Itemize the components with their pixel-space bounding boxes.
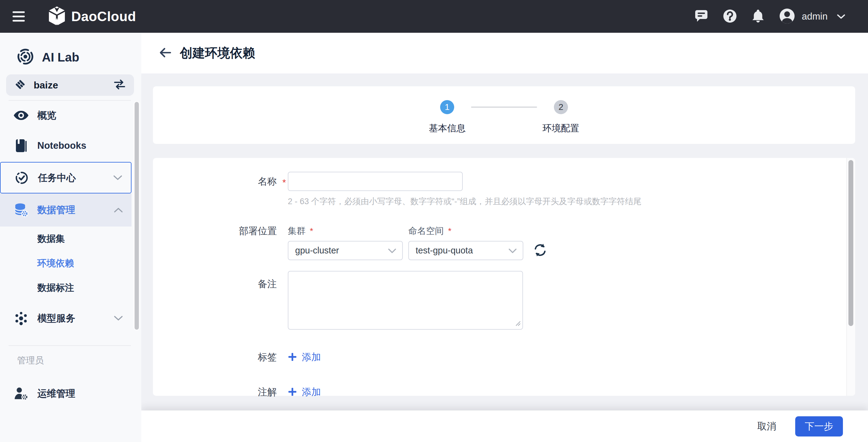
product-name: AI Lab <box>42 51 79 64</box>
sidebar-item-label: 概览 <box>37 109 56 122</box>
hamburger-icon <box>12 18 25 23</box>
workspace-selector[interactable]: baize <box>6 75 134 96</box>
next-step-button[interactable]: 下一步 <box>795 416 843 437</box>
sidebar-item-label: 模型服务 <box>37 312 75 325</box>
book-icon <box>13 139 29 153</box>
ai-lab-icon <box>17 48 34 66</box>
user-avatar-button[interactable] <box>779 8 795 25</box>
add-annotation-text: 添加 <box>302 386 321 399</box>
annotations-label: 注解 <box>258 386 277 399</box>
step-basic-info: 1 基本信息 <box>423 100 471 135</box>
sidebar-item-notebooks[interactable]: Notebooks <box>0 129 131 162</box>
sidebar-item-task-center[interactable]: 任务中心 <box>0 162 131 194</box>
form-scrollbar[interactable] <box>846 158 855 396</box>
namespace-group: 命名空间 * test-gpu-quota <box>408 226 523 260</box>
chevron-down-icon <box>114 316 123 321</box>
sidebar-item-ops-management[interactable]: 运维管理 <box>0 380 131 407</box>
sidebar-item-overview[interactable]: 概览 <box>0 101 131 129</box>
help-button[interactable] <box>723 9 737 24</box>
name-form-row: 名称 * 2 - 63 个字符，必须由小写字母、数字字符或“-”组成，并且必须以… <box>171 172 837 207</box>
namespace-select[interactable]: test-gpu-quota <box>408 241 523 260</box>
sidebar-subitem-label: 数据标注 <box>37 282 74 294</box>
sidebar-scrollbar[interactable] <box>133 101 140 331</box>
cluster-label-wrap: 集群 * <box>288 226 403 236</box>
chevron-down-icon <box>388 245 396 256</box>
annotations-form-row: 注解 添加 <box>171 386 837 398</box>
sidebar-subitem-data-annotation[interactable]: 数据标注 <box>0 275 131 300</box>
namespace-label-wrap: 命名空间 * <box>408 226 523 236</box>
sidebar-item-label: Notebooks <box>37 140 86 151</box>
page-title: 创建环境依赖 <box>180 45 255 61</box>
namespace-label: 命名空间 <box>408 225 444 237</box>
sidebar: AI Lab baize <box>0 33 141 442</box>
plus-icon <box>288 387 297 397</box>
chevron-down-icon <box>113 175 122 181</box>
feedback-button[interactable] <box>694 9 708 23</box>
cluster-select-value: gpu-cluster <box>295 245 339 256</box>
sidebar-subitem-datasets[interactable]: 数据集 <box>0 227 131 251</box>
cluster-label: 集群 <box>288 225 306 237</box>
deploy-location-label-wrap: 部署位置 <box>171 226 277 236</box>
chat-bubble-icon <box>694 9 708 23</box>
notifications-button[interactable] <box>752 9 764 24</box>
footer-action-bar: 取消 下一步 <box>141 410 868 442</box>
name-field-label: 名称 <box>258 175 277 188</box>
required-asterisk: * <box>282 177 286 188</box>
sidebar-item-model-services[interactable]: 模型服务 <box>0 304 131 333</box>
name-helper-text: 2 - 63 个字符，必须由小写字母、数字字符或“-”组成，并且必须以字母开头及… <box>288 196 642 207</box>
step-number-badge: 1 <box>440 100 454 114</box>
add-label-button[interactable]: 添加 <box>288 351 321 363</box>
model-graph-icon <box>13 311 29 326</box>
sidebar-divider <box>8 100 131 101</box>
admin-section-label: 管理员 <box>0 353 141 368</box>
workspace-name: baize <box>34 80 106 91</box>
sidebar-subitem-environment-dependencies[interactable]: 环境依赖 <box>0 251 131 275</box>
cluster-group: 集群 * gpu-cluster <box>288 226 403 260</box>
chevron-down-icon <box>508 245 517 256</box>
plus-icon <box>288 352 297 362</box>
brand[interactable]: DaoCloud <box>48 6 136 27</box>
annotations-field: 添加 <box>288 386 321 398</box>
step-label: 环境配置 <box>542 122 579 135</box>
name-field: 2 - 63 个字符，必须由小写字母、数字字符或“-”组成，并且必须以字母开头及… <box>288 172 642 207</box>
required-asterisk: * <box>310 226 313 236</box>
sidebar-subitem-label: 数据集 <box>37 233 65 245</box>
sidebar-item-data-management[interactable]: 数据管理 <box>0 194 131 227</box>
name-input[interactable] <box>288 172 463 191</box>
cancel-button[interactable]: 取消 <box>757 420 776 433</box>
user-menu-chevron-down-icon[interactable] <box>837 14 845 19</box>
sidebar-scrollbar-thumb[interactable] <box>134 102 139 330</box>
hamburger-menu-button[interactable] <box>12 11 25 22</box>
chevron-up-icon <box>114 207 123 213</box>
main-area: 创建环境依赖 1 基本信息 2 环境配置 <box>141 33 868 442</box>
sidebar-menu: 概览 Notebooks <box>0 101 141 333</box>
add-annotation-button[interactable]: 添加 <box>288 386 321 398</box>
labels-label: 标签 <box>258 351 277 364</box>
step-environment-config: 2 环境配置 <box>537 100 585 135</box>
form-scrollbar-thumb[interactable] <box>848 160 853 326</box>
cluster-select[interactable]: gpu-cluster <box>288 241 403 260</box>
deploy-location-label: 部署位置 <box>239 225 277 238</box>
step-number-badge: 2 <box>554 100 568 114</box>
brand-name: DaoCloud <box>71 9 136 24</box>
namespace-select-value: test-gpu-quota <box>416 245 473 256</box>
remarks-label: 备注 <box>258 277 277 331</box>
refresh-icon <box>533 243 547 258</box>
product-header: AI Lab <box>0 40 141 75</box>
deploy-location-form-row: 部署位置 集群 * gpu-cluster <box>171 226 837 260</box>
back-button[interactable] <box>159 48 171 59</box>
sidebar-subitem-label: 环境依赖 <box>37 257 74 270</box>
switch-workspace-icon[interactable] <box>113 79 126 91</box>
step-label: 基本信息 <box>429 122 465 135</box>
username-label: admin <box>802 11 828 22</box>
back-arrow-icon <box>159 48 171 59</box>
sidebar-item-label: 任务中心 <box>38 171 76 184</box>
task-circle-check-icon <box>14 171 29 185</box>
refresh-namespaces-button[interactable] <box>533 241 547 260</box>
help-icon <box>723 9 737 24</box>
sidebar-item-label: 数据管理 <box>37 204 75 216</box>
remarks-label-wrap: 备注 <box>171 277 277 331</box>
remarks-textarea[interactable] <box>288 271 523 330</box>
daocloud-logo-icon <box>48 6 66 27</box>
add-label-text: 添加 <box>302 351 321 364</box>
